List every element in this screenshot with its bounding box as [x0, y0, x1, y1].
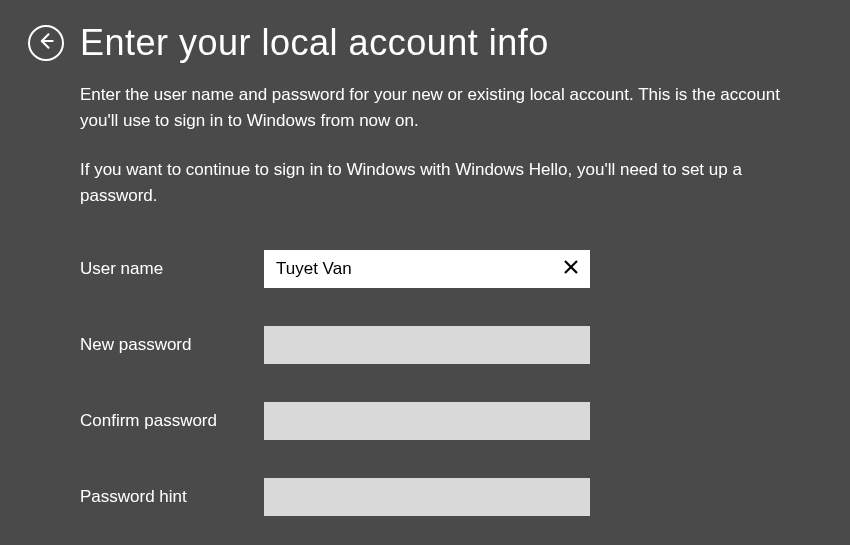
back-button[interactable] [28, 25, 64, 61]
username-label: User name [80, 259, 264, 279]
back-arrow-icon [36, 31, 56, 55]
close-icon [563, 259, 579, 279]
confirm-password-input[interactable] [264, 402, 590, 440]
new-password-input[interactable] [264, 326, 590, 364]
description-p1: Enter the user name and password for you… [80, 82, 800, 133]
username-input[interactable] [264, 250, 590, 288]
password-hint-input[interactable] [264, 478, 590, 516]
page-title: Enter your local account info [80, 22, 549, 64]
description-p2: If you want to continue to sign in to Wi… [80, 157, 800, 208]
description-text: Enter the user name and password for you… [80, 82, 800, 208]
clear-username-button[interactable] [558, 256, 584, 282]
password-hint-label: Password hint [80, 487, 264, 507]
new-password-label: New password [80, 335, 264, 355]
confirm-password-label: Confirm password [80, 411, 264, 431]
